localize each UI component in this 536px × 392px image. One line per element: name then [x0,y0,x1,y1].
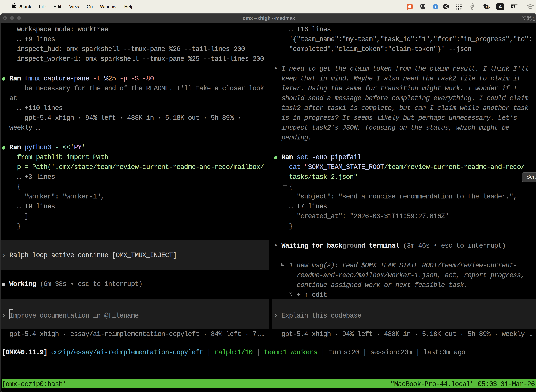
svg-text:..61: ..61 [484,6,489,9]
